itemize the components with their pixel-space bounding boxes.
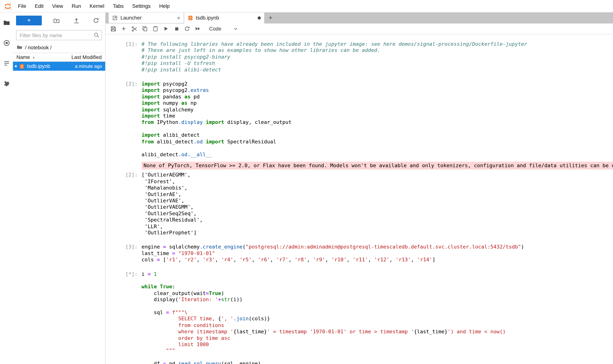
filter-files-input[interactable]	[16, 30, 102, 40]
insert-cell-button[interactable]	[118, 24, 129, 33]
cell-input-row: [*]:i = 1 while True: clear_output(wait=…	[106, 271, 613, 364]
code-cell[interactable]: [1]:# The following libraries have alrea…	[106, 41, 613, 73]
output-prompt: [2]:	[106, 172, 141, 236]
chevron-down-icon	[233, 26, 238, 31]
activity-bar	[0, 13, 13, 364]
sidebar-item-extensions[interactable]	[0, 74, 13, 94]
upload-button[interactable]	[71, 15, 82, 26]
execute-result: ['OutlierAEGMM', 'IForest', 'Mahalanobis…	[141, 172, 613, 236]
code-line: import time	[141, 113, 613, 119]
restart-kernel-button[interactable]	[182, 24, 192, 33]
code-line: display('Iteration: '+str(i))	[141, 297, 613, 303]
refresh-button[interactable]	[91, 15, 101, 26]
run-icon	[163, 26, 169, 32]
unsaved-changes-indicator[interactable]	[258, 16, 261, 19]
cut-cells-button[interactable]	[129, 24, 140, 33]
code-line: order by time asc	[141, 335, 613, 341]
paste-cells-button[interactable]	[150, 24, 161, 33]
output-prompt	[106, 162, 141, 170]
menu-view[interactable]: View	[48, 3, 67, 9]
tab-launcher[interactable]: Launcher ×	[109, 13, 184, 23]
stderr-output: None of PyTorch, TensorFlow >= 2.0, or F…	[141, 162, 613, 170]
code-line	[141, 126, 613, 132]
tab-label: Launcher	[121, 15, 142, 21]
file-browser-panel: +	[13, 13, 106, 364]
code-line: import psycopg2	[141, 81, 613, 87]
code-line: """	[141, 348, 613, 354]
jupyter-logo-icon	[2, 2, 14, 10]
upload-icon	[73, 17, 80, 24]
code-cell[interactable]: [2]:import psycopg2import psycopg2.extra…	[106, 81, 613, 236]
file-row-tsdb[interactable]: tsdb.ipynb a minute ago	[13, 62, 105, 71]
new-folder-icon	[53, 17, 60, 24]
code-cell[interactable]: [3]:engine = sqlalchemy.create_engine("p…	[106, 244, 613, 263]
cell-output-row: None of PyTorch, TensorFlow >= 2.0, or F…	[106, 162, 613, 170]
sidebar-item-file-browser[interactable]	[0, 13, 13, 33]
code-editor[interactable]: i = 1 while True: clear_output(wait=True…	[141, 271, 613, 364]
code-line: # The following libraries have already b…	[141, 41, 613, 47]
tab-tsdb-notebook[interactable]: tsdb.ipynb	[184, 13, 265, 24]
input-prompt: [3]:	[106, 244, 141, 263]
cell-input-row: [2]:import psycopg2import psycopg2.extra…	[106, 81, 613, 158]
file-list-header: Name ▲ Last Modified	[13, 53, 105, 62]
breadcrumb[interactable]: / notebook /	[13, 42, 105, 53]
code-line: sql = f"""\	[141, 310, 613, 316]
open-file-indicator	[15, 65, 17, 67]
restart-icon	[184, 26, 190, 32]
code-line: SELECT time, {', '.join(cols)}	[141, 316, 613, 322]
code-line: # These are just left in as examples to …	[141, 47, 613, 54]
menu-edit[interactable]: Edit	[30, 3, 48, 9]
plus-icon	[121, 26, 127, 32]
new-folder-button[interactable]	[52, 15, 62, 26]
output-line: 'IForest',	[141, 178, 613, 185]
restart-run-all-button[interactable]	[192, 24, 203, 33]
output-line: 'LLR',	[141, 223, 613, 230]
input-prompt: [*]:	[106, 271, 141, 364]
code-line: clear_output(wait=True)	[141, 290, 613, 297]
code-line: last_time = "1970-01-01"	[141, 250, 613, 257]
sidebar-item-table-of-contents[interactable]	[0, 53, 13, 74]
code-line	[141, 303, 613, 309]
column-header-last-modified[interactable]: Last Modified	[71, 54, 102, 60]
run-cell-button[interactable]	[161, 24, 171, 33]
scissors-icon	[131, 26, 137, 32]
menu-help[interactable]: Help	[155, 3, 174, 9]
breadcrumb-path[interactable]: / notebook /	[25, 44, 52, 50]
cell-type-dropdown[interactable]: Code	[209, 26, 238, 32]
menu-tabs[interactable]: Tabs	[109, 3, 128, 9]
code-line: import sqlalchemy	[141, 107, 613, 113]
code-editor[interactable]: # The following libraries have already b…	[141, 41, 613, 73]
column-header-name[interactable]: Name	[16, 54, 30, 60]
cell-type-label: Code	[209, 26, 221, 32]
output-line: 'OutlierVAE',	[141, 198, 613, 204]
menu-run[interactable]: Run	[67, 3, 85, 9]
close-tab-icon[interactable]: ×	[177, 15, 180, 21]
sidebar-item-running-sessions[interactable]	[0, 33, 13, 53]
code-line: import alibi_detect	[141, 132, 613, 138]
menu-bar: File Edit View Run Kernel Tabs Settings …	[0, 0, 613, 13]
new-tab-button[interactable]: +	[265, 13, 276, 23]
code-cell[interactable]: [*]:i = 1 while True: clear_output(wait=…	[106, 271, 613, 364]
puzzle-icon	[3, 80, 10, 87]
notebook-panel[interactable]: [1]:# The following libraries have alrea…	[106, 34, 613, 364]
interrupt-kernel-button[interactable]	[171, 24, 182, 33]
copy-cells-button[interactable]	[140, 24, 150, 33]
code-editor[interactable]: import psycopg2import psycopg2.extrasimp…	[141, 81, 613, 158]
code-line: from alibi_detect.od import SpectralResi…	[141, 139, 613, 145]
code-line: from IPython.display import display, cle…	[141, 119, 613, 126]
tab-label: tsdb.ipynb	[196, 15, 219, 21]
menu-settings[interactable]: Settings	[128, 3, 155, 9]
notebook-cells: [1]:# The following libraries have alrea…	[106, 41, 613, 364]
stop-icon	[174, 26, 179, 31]
code-line: engine = sqlalchemy.create_engine("postg…	[141, 244, 613, 250]
sort-ascending-icon: ▲	[32, 56, 35, 59]
save-button[interactable]	[108, 24, 119, 33]
folder-icon	[3, 19, 10, 26]
notebook-icon	[188, 15, 193, 20]
launcher-icon	[112, 15, 118, 20]
menu-file[interactable]: File	[14, 3, 30, 9]
paste-icon	[152, 26, 158, 32]
code-editor[interactable]: engine = sqlalchemy.create_engine("postg…	[141, 244, 613, 263]
menu-kernel[interactable]: Kernel	[85, 3, 109, 9]
new-launcher-button[interactable]: +	[16, 15, 42, 25]
